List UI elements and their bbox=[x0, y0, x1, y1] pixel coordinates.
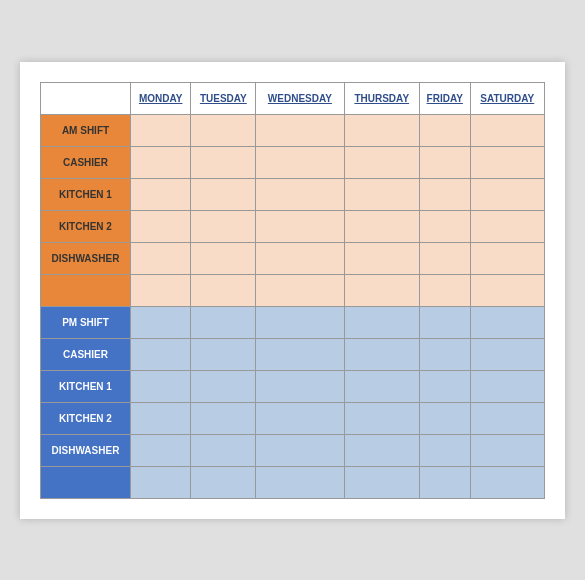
am-shift-row: AM SHIFT bbox=[41, 114, 545, 146]
am-kitchen2-wednesday bbox=[256, 210, 344, 242]
am-friday-shift bbox=[419, 114, 470, 146]
pm-extra-wednesday bbox=[256, 466, 344, 498]
am-dishwasher-monday bbox=[131, 242, 191, 274]
header-row: MONDAY TUESDAY WEDNESDAY THURSDAY FRIDAY… bbox=[41, 82, 545, 114]
pm-monday-shift bbox=[131, 306, 191, 338]
am-kitchen2-saturday bbox=[470, 210, 544, 242]
pm-cashier-tuesday bbox=[191, 338, 256, 370]
pm-dishwasher-friday bbox=[419, 434, 470, 466]
pm-dishwasher-monday bbox=[131, 434, 191, 466]
pm-kitchen1-wednesday bbox=[256, 370, 344, 402]
am-kitchen1-thursday bbox=[344, 178, 419, 210]
header-wednesday: WEDNESDAY bbox=[256, 82, 344, 114]
am-kitchen2-tuesday bbox=[191, 210, 256, 242]
pm-kitchen2-tuesday bbox=[191, 402, 256, 434]
pm-dishwasher-label: DISHWASHER bbox=[41, 434, 131, 466]
am-kitchen1-wednesday bbox=[256, 178, 344, 210]
am-extra-row bbox=[41, 274, 545, 306]
pm-kitchen2-label: KITCHEN 2 bbox=[41, 402, 131, 434]
pm-kitchen1-saturday bbox=[470, 370, 544, 402]
pm-cashier-saturday bbox=[470, 338, 544, 370]
pm-extra-friday bbox=[419, 466, 470, 498]
pm-cashier-thursday bbox=[344, 338, 419, 370]
schedule-page: MONDAY TUESDAY WEDNESDAY THURSDAY FRIDAY… bbox=[20, 62, 565, 519]
am-cashier-saturday bbox=[470, 146, 544, 178]
am-cashier-label: CASHIER bbox=[41, 146, 131, 178]
pm-kitchen1-label: KITCHEN 1 bbox=[41, 370, 131, 402]
pm-dishwasher-tuesday bbox=[191, 434, 256, 466]
pm-extra-thursday bbox=[344, 466, 419, 498]
pm-kitchen1-monday bbox=[131, 370, 191, 402]
am-tuesday-shift bbox=[191, 114, 256, 146]
pm-extra-row bbox=[41, 466, 545, 498]
am-dishwasher-friday bbox=[419, 242, 470, 274]
am-kitchen1-tuesday bbox=[191, 178, 256, 210]
am-dishwasher-thursday bbox=[344, 242, 419, 274]
am-extra-wednesday bbox=[256, 274, 344, 306]
am-extra-saturday bbox=[470, 274, 544, 306]
pm-kitchen2-saturday bbox=[470, 402, 544, 434]
pm-kitchen2-wednesday bbox=[256, 402, 344, 434]
pm-shift-label: PM SHIFT bbox=[41, 306, 131, 338]
pm-shift-row: PM SHIFT bbox=[41, 306, 545, 338]
header-thursday: THURSDAY bbox=[344, 82, 419, 114]
pm-dishwasher-saturday bbox=[470, 434, 544, 466]
am-cashier-tuesday bbox=[191, 146, 256, 178]
pm-kitchen2-friday bbox=[419, 402, 470, 434]
am-cashier-monday bbox=[131, 146, 191, 178]
pm-cashier-label: CASHIER bbox=[41, 338, 131, 370]
am-thursday-shift bbox=[344, 114, 419, 146]
am-kitchen1-saturday bbox=[470, 178, 544, 210]
pm-dishwasher-row: DISHWASHER bbox=[41, 434, 545, 466]
header-tuesday: TUESDAY bbox=[191, 82, 256, 114]
pm-kitchen1-friday bbox=[419, 370, 470, 402]
pm-saturday-shift bbox=[470, 306, 544, 338]
pm-cashier-row: CASHIER bbox=[41, 338, 545, 370]
pm-wednesday-shift bbox=[256, 306, 344, 338]
pm-dishwasher-thursday bbox=[344, 434, 419, 466]
pm-thursday-shift bbox=[344, 306, 419, 338]
am-extra-monday bbox=[131, 274, 191, 306]
am-saturday-shift bbox=[470, 114, 544, 146]
pm-friday-shift bbox=[419, 306, 470, 338]
am-kitchen2-monday bbox=[131, 210, 191, 242]
am-shift-label: AM SHIFT bbox=[41, 114, 131, 146]
am-dishwasher-wednesday bbox=[256, 242, 344, 274]
am-wednesday-shift bbox=[256, 114, 344, 146]
am-cashier-thursday bbox=[344, 146, 419, 178]
am-dishwasher-label: DISHWASHER bbox=[41, 242, 131, 274]
corner-cell bbox=[41, 82, 131, 114]
am-extra-thursday bbox=[344, 274, 419, 306]
am-monday-shift bbox=[131, 114, 191, 146]
pm-kitchen2-thursday bbox=[344, 402, 419, 434]
pm-tuesday-shift bbox=[191, 306, 256, 338]
am-cashier-wednesday bbox=[256, 146, 344, 178]
am-extra-label bbox=[41, 274, 131, 306]
pm-kitchen1-tuesday bbox=[191, 370, 256, 402]
pm-kitchen1-row: KITCHEN 1 bbox=[41, 370, 545, 402]
am-kitchen2-friday bbox=[419, 210, 470, 242]
am-kitchen1-label: KITCHEN 1 bbox=[41, 178, 131, 210]
am-kitchen1-friday bbox=[419, 178, 470, 210]
header-friday: FRIDAY bbox=[419, 82, 470, 114]
pm-cashier-friday bbox=[419, 338, 470, 370]
am-dishwasher-row: DISHWASHER bbox=[41, 242, 545, 274]
am-cashier-friday bbox=[419, 146, 470, 178]
pm-cashier-wednesday bbox=[256, 338, 344, 370]
am-extra-friday bbox=[419, 274, 470, 306]
am-cashier-row: CASHIER bbox=[41, 146, 545, 178]
am-dishwasher-saturday bbox=[470, 242, 544, 274]
am-dishwasher-tuesday bbox=[191, 242, 256, 274]
pm-kitchen2-monday bbox=[131, 402, 191, 434]
schedule-table: MONDAY TUESDAY WEDNESDAY THURSDAY FRIDAY… bbox=[40, 82, 545, 499]
am-kitchen1-monday bbox=[131, 178, 191, 210]
pm-extra-tuesday bbox=[191, 466, 256, 498]
header-monday: MONDAY bbox=[131, 82, 191, 114]
header-saturday: SATURDAY bbox=[470, 82, 544, 114]
am-extra-tuesday bbox=[191, 274, 256, 306]
pm-kitchen2-row: KITCHEN 2 bbox=[41, 402, 545, 434]
pm-extra-saturday bbox=[470, 466, 544, 498]
am-kitchen2-label: KITCHEN 2 bbox=[41, 210, 131, 242]
am-kitchen2-row: KITCHEN 2 bbox=[41, 210, 545, 242]
pm-kitchen1-thursday bbox=[344, 370, 419, 402]
